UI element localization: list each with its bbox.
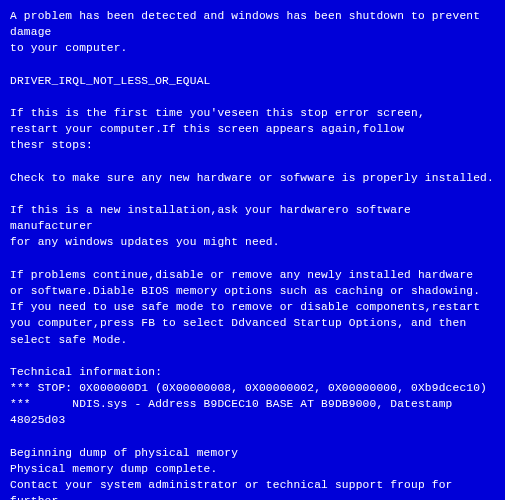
bsod-intro-line1: A problem has been detected and windows … <box>10 8 495 40</box>
bsod-problems-l2: or software.Diable BIOS memory options s… <box>10 283 495 299</box>
bsod-stop-code: *** STOP: 0X000000D1 (0X00000008, 0X0000… <box>10 380 495 396</box>
bsod-dump-l2: Physical memory dump complete. <box>10 461 495 477</box>
bsod-check-hardware: Check to make sure any new hardware or s… <box>10 170 495 186</box>
bsod-dump-l1: Beginning dump of physical memory <box>10 445 495 461</box>
bsod-firsttime-l3: thesr stops: <box>10 137 495 153</box>
bsod-firsttime-l1: If this is the first time you'veseen thi… <box>10 105 495 121</box>
bsod-problems-l1: If problems continue,disable or remove a… <box>10 267 495 283</box>
bsod-intro-line2: to your computer. <box>10 40 495 56</box>
bsod-problems-l3: If you need to use safe mode to remove o… <box>10 299 495 315</box>
bsod-problems-l5: select safe Mode. <box>10 332 495 348</box>
bsod-newinstall-l1: If this is a new installation,ask your h… <box>10 202 495 234</box>
bsod-newinstall-l2: for any windows updates you might need. <box>10 234 495 250</box>
bsod-tech-header: Technical information: <box>10 364 495 380</box>
bsod-firsttime-l2: restart your computer.If this screen app… <box>10 121 495 137</box>
bsod-driver-line: *** NDIS.sys - Address B9DCEC10 BASE AT … <box>10 396 495 428</box>
bsod-dump-l3: Contact your system administrator or tec… <box>10 477 495 500</box>
bsod-error-code: DRIVER_IRQL_NOT_LESS_OR_EQUAL <box>10 73 495 89</box>
bsod-problems-l4: you computer,press FB to select Ddvanced… <box>10 315 495 331</box>
